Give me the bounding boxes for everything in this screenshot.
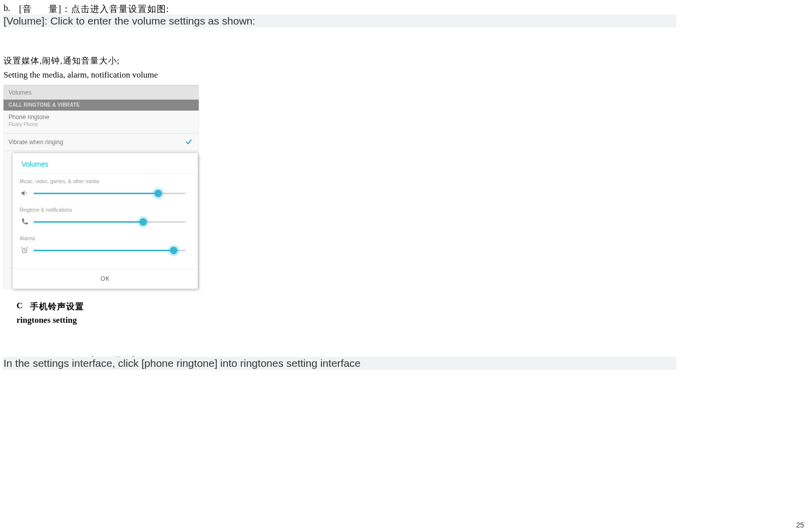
slider-alarms[interactable] (20, 243, 191, 259)
checkbox-checked-icon[interactable] (185, 138, 193, 146)
vol-desc-cn: 设置媒体,闹钟,通知音量大小; (4, 55, 120, 67)
heading-c-cn: 手机铃声设置 (30, 301, 84, 312)
heading-c-en: ringtones setting (17, 315, 77, 325)
screenshot-header: Volumes (4, 85, 199, 100)
list-marker-b: b. (4, 3, 11, 14)
slider-alarms-label: Alarms (13, 231, 198, 241)
section-band-call-ringtone: CALL RINGTONE & VIBRATE (4, 100, 199, 111)
slider-ringtone[interactable] (20, 215, 191, 231)
slider-media[interactable] (20, 186, 191, 202)
page-number: 25 (796, 521, 804, 529)
dialog-title: Volumes (13, 153, 198, 174)
volumes-dialog: Volumes Music, video, games, & other med… (13, 153, 198, 289)
speaker-icon (21, 189, 29, 197)
heading-b-en: [Volume]: Click to enter the volume sett… (4, 15, 255, 27)
row-vibrate-when-ringing[interactable]: Vibrate when ringing (4, 134, 199, 151)
volume-settings-screenshot: Volumes CALL RINGTONE & VIBRATE Phone ri… (4, 85, 199, 289)
vol-desc-en: Setting the media, alarm, notification v… (4, 70, 158, 80)
list-marker-c: C (17, 301, 23, 311)
slider-media-label: Music, video, games, & other media (13, 174, 198, 184)
row-phone-ringtone-label: Phone ringtone (9, 114, 194, 121)
row-phone-ringtone-value: Flutey Phone (9, 122, 194, 127)
ok-button[interactable]: OK (13, 268, 198, 289)
phone-icon (21, 218, 29, 226)
alarm-clock-icon (21, 246, 29, 254)
heading-b-cn: [音 量]：点击进入音量设置如图: (19, 3, 169, 15)
row-vibrate-label: Vibrate when ringing (9, 139, 63, 146)
slider-ringtone-label: Ringtone & notifications (13, 202, 198, 213)
row-phone-ringtone[interactable]: Phone ringtone Flutey Phone (4, 111, 199, 134)
ringtone-desc-en: In the settings interface, click [phone … (4, 357, 360, 369)
